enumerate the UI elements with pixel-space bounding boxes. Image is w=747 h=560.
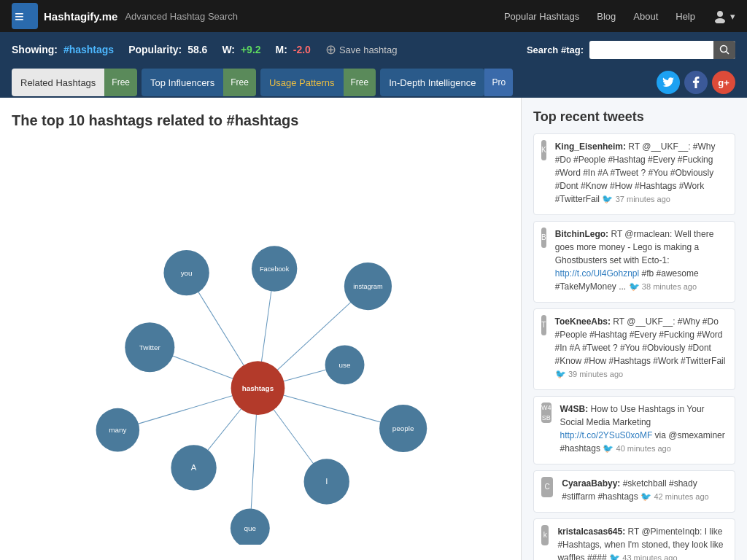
node-a-label: A (191, 463, 197, 472)
svg-text:≡: ≡ (15, 7, 24, 26)
nav-links: Popular Hashtags Blog About Help ▾ (504, 9, 735, 23)
save-plus-icon: ⊕ (325, 42, 336, 58)
google-plus-label: g+ (718, 77, 729, 88)
user-menu[interactable]: ▾ (713, 9, 735, 23)
tab-in-depth-intelligence[interactable]: In-Depth Intelligence Pro (380, 69, 513, 96)
tweets-title: Top recent tweets (533, 109, 735, 125)
tweet-card-5: C CyaraaBabyy: #sketchball #shady #stiff… (533, 470, 735, 513)
tweet-user-1: King_Eisenheim: (555, 141, 629, 152)
facebook-button[interactable] (684, 71, 708, 94)
w-value: +9.2 (241, 44, 261, 55)
tweet-time-6: 43 minutes ago (622, 553, 677, 560)
svg-point-4 (721, 45, 727, 52)
left-panel: The top 10 hashtags related to #hashtags… (0, 98, 521, 560)
search-label: Search #tag: (527, 44, 584, 55)
popularity-label: Popularity: (128, 44, 182, 55)
tweet-bird-5: 🐦 (640, 491, 654, 502)
showing-hashtag: #hashtags (63, 44, 114, 55)
network-graph: you Facebook instagram Twitter use many … (12, 136, 509, 545)
m-label: M: (276, 44, 287, 55)
node-que-label: que (244, 524, 257, 532)
tweet-card-2: B BitchinLego: RT @rmaclean: Well there … (533, 221, 735, 303)
tweet-user-5: CyaraaBabyy: (562, 478, 622, 489)
right-panel: Top recent tweets K King_Eisenheim: RT @… (521, 98, 747, 560)
w-stat: W: +9.2 (222, 44, 260, 55)
search-area: Search #tag: (527, 41, 735, 59)
tweet-bird-2: 🐦 (629, 281, 642, 292)
tweet-card-4: W4SB W4SB: How to Use Hashtags in Your S… (533, 396, 735, 464)
site-name: Hashtagify.me (44, 10, 117, 23)
tweet-avatar-1: K (541, 140, 546, 160)
google-button[interactable]: g+ (712, 71, 735, 94)
save-hashtag-label: Save hashtag (339, 44, 398, 55)
tab-top-influencers-label[interactable]: Top Influencers (142, 69, 223, 96)
stats-bar: Showing: #hashtags Popularity: 58.6 W: +… (0, 32, 747, 67)
tweet-link-4[interactable]: http://t.co/2YSuS0xoMF (560, 430, 653, 440)
tab-related-hashtags-label[interactable]: Related Hashtags (12, 69, 104, 96)
tweet-user-4: W4SB: (560, 404, 591, 414)
graph-title: The top 10 hashtags related to #hashtags (12, 112, 509, 129)
logo-icon: ≡ (12, 3, 38, 29)
tweet-avatar-3: T (541, 315, 546, 335)
showing-stat: Showing: #hashtags (12, 44, 114, 55)
showing-label: Showing: (12, 44, 58, 55)
node-you-label: you (181, 269, 193, 277)
facebook-icon (692, 77, 700, 88)
nav-help[interactable]: Help (676, 11, 695, 22)
social-buttons: g+ (657, 71, 735, 94)
tweet-time-2: 38 minutes ago (642, 282, 697, 291)
tweet-bird-4: 🐦 (603, 443, 616, 454)
search-button[interactable] (713, 41, 735, 59)
tab-related-hashtags-badge[interactable]: Free (104, 69, 137, 96)
m-stat: M: -2.0 (276, 44, 311, 55)
tab-top-influencers[interactable]: Top Influencers Free (142, 69, 256, 96)
popularity-stat: Popularity: 58.6 (128, 44, 207, 55)
tab-top-influencers-badge[interactable]: Free (223, 69, 256, 96)
node-center-label: hashtags (242, 384, 274, 392)
node-instagram-label: instagram (353, 283, 383, 290)
tab-in-depth-label[interactable]: In-Depth Intelligence (380, 69, 484, 96)
node-use-label: use (339, 361, 351, 369)
search-icon (719, 44, 729, 55)
tweet-card-3: T ToeKneeAbs: RT @__UKF__: #Why #Do #Peo… (533, 308, 735, 390)
m-value: -2.0 (293, 44, 311, 55)
node-facebook-label: Facebook (260, 265, 290, 273)
svg-point-3 (715, 18, 725, 23)
w-label: W: (222, 44, 235, 55)
tab-related-hashtags[interactable]: Related Hashtags Free (12, 69, 137, 96)
tab-bar: Related Hashtags Free Top Influencers Fr… (0, 67, 747, 98)
tweet-avatar-5: C (541, 477, 553, 497)
svg-line-5 (727, 51, 729, 54)
svg-point-2 (717, 11, 723, 17)
nav-about[interactable]: About (633, 11, 658, 22)
user-icon (713, 9, 727, 23)
twitter-button[interactable] (657, 71, 680, 94)
node-many-label: many (109, 426, 126, 434)
nav-popular-hashtags[interactable]: Popular Hashtags (504, 11, 579, 22)
tweet-card-6: k kristalcasas645: RT @PimenteInqb: I li… (533, 518, 735, 560)
tweet-time-4: 40 minutes ago (616, 444, 671, 453)
popularity-value: 58.6 (187, 44, 207, 55)
tweet-link-2[interactable]: http://t.co/Ul4Gohznpl (555, 268, 639, 279)
tweet-user-3: ToeKneeAbs: (555, 316, 614, 327)
tweet-time-3: 39 minutes ago (568, 370, 623, 378)
tweet-avatar-4: W4SB (541, 402, 551, 423)
tweet-bird-3: 🐦 (555, 369, 568, 379)
tweet-card-1: K King_Eisenheim: RT @__UKF__: #Why #Do … (533, 133, 735, 215)
node-twitter-label: Twitter (139, 343, 161, 351)
tweet-time-5: 42 minutes ago (654, 492, 708, 501)
app-title: Advanced Hashtag Search (125, 11, 238, 22)
tweet-user-6: kristalcasas645: (557, 526, 627, 537)
logo-area: ≡ Hashtagify.me (12, 3, 117, 29)
tab-usage-patterns-badge[interactable]: Free (344, 69, 376, 96)
save-hashtag-button[interactable]: ⊕ Save hashtag (325, 42, 398, 58)
top-navigation: ≡ Hashtagify.me Advanced Hashtag Search … (0, 0, 747, 32)
tab-in-depth-badge[interactable]: Pro (484, 69, 513, 96)
tweet-avatar-2: B (541, 228, 546, 248)
tab-usage-patterns[interactable]: Usage Patterns Free (260, 69, 376, 96)
nav-blog[interactable]: Blog (597, 11, 616, 22)
tab-usage-patterns-label[interactable]: Usage Patterns (260, 69, 344, 96)
tweet-time-1: 37 minutes ago (616, 195, 670, 203)
main-content: The top 10 hashtags related to #hashtags… (0, 98, 747, 560)
node-people-label: people (392, 424, 414, 432)
